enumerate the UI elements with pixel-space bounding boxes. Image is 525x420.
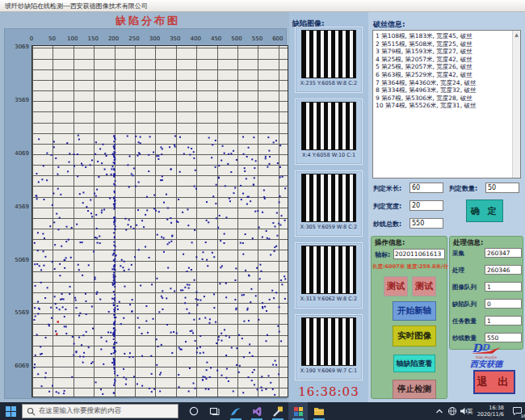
y-tick-label: 4569 xyxy=(6,204,29,210)
meter-length-input[interactable] xyxy=(410,183,443,193)
live-image-button[interactable]: 实时图像 xyxy=(393,326,436,346)
detection-app-button[interactable] xyxy=(288,402,308,420)
operation-header: 操作信息: xyxy=(372,237,447,248)
processing-row: 处理 xyxy=(452,265,522,275)
processing-row: 任务数量 xyxy=(452,316,522,326)
list-item[interactable]: 10 第74根, 第5526米, 宽度31, 破丝 xyxy=(376,102,510,110)
processed-count-input[interactable] xyxy=(485,265,522,275)
broken-filament-header: 破丝信息: xyxy=(373,19,405,30)
test-button-1[interactable]: 测试 xyxy=(384,276,408,296)
x-tick-label: 550 xyxy=(252,36,262,42)
x-tick-label: 0 xyxy=(30,36,33,42)
operation-panel: 操作信息: 轴标: 长度:6007米 速度:259.8米/分 测试 测试 开始新… xyxy=(371,236,447,399)
confirm-button[interactable]: 确 定 xyxy=(466,200,503,222)
list-item[interactable]: 3 第79根, 第1593米, 宽度27, 破丝 xyxy=(376,48,510,56)
capture-count-input[interactable] xyxy=(485,248,522,258)
width-input[interactable] xyxy=(410,200,443,211)
axis-defect-view-button[interactable]: 轴缺陷查看 xyxy=(393,355,435,372)
task-count-input[interactable] xyxy=(485,316,522,326)
x-tick-label: 350 xyxy=(170,36,180,42)
processed-label: 处理 xyxy=(452,267,464,275)
defect-queue-input[interactable] xyxy=(485,299,522,309)
axis-id-input[interactable] xyxy=(393,249,445,259)
axis-id-label: 轴标: xyxy=(375,250,390,259)
x-tick-label: 600 xyxy=(272,36,283,42)
image-queue-label: 图像队列 xyxy=(452,284,477,292)
window-title: 玻纤纱缺陷在线检测---西安获德图像技术有限公司 xyxy=(0,0,525,10)
visual-studio-button[interactable] xyxy=(247,402,267,420)
processing-header: 处理信息: xyxy=(450,237,523,248)
defect-image-tile[interactable]: X:190 Y:6069 W:7 C:1 xyxy=(295,314,363,380)
file-explorer-button[interactable] xyxy=(309,402,329,420)
title-bar: 玻纤纱缺陷在线检测---西安获德图像技术有限公司 xyxy=(0,0,525,12)
defect-image xyxy=(301,246,356,294)
scroll-up-icon[interactable]: ▲ xyxy=(513,31,520,37)
length-speed-status: 长度:6007米 速度:259.8米/分 xyxy=(372,263,447,271)
defect-image-caption: X:313 Y:6062 W:8 C:2 xyxy=(296,296,362,302)
cortana-icon xyxy=(189,406,199,416)
list-item[interactable]: 2 第515根, 第508米, 宽度25, 破丝 xyxy=(376,40,510,48)
detection-clock: 16:38:03 xyxy=(289,384,368,399)
x-tick-label: 100 xyxy=(67,36,78,42)
x-tick-label: 50 xyxy=(48,36,56,42)
stop-detection-button[interactable]: 停止检测 xyxy=(393,380,436,399)
detection-app-icon xyxy=(294,407,303,416)
defect-image-tile[interactable]: X:305 Y:6059 W:8 C:2 xyxy=(295,170,363,237)
yarn-total-input[interactable] xyxy=(410,218,443,229)
list-item[interactable]: 6 第63根, 第2529米, 宽度42, 破丝 xyxy=(376,71,510,79)
language-indicator[interactable]: 英 xyxy=(467,407,473,416)
defect-image-caption: X:305 Y:6059 W:8 C:2 xyxy=(296,224,362,230)
list-item[interactable]: 7 第364根, 第4360米, 宽度24, 破丝 xyxy=(376,79,510,87)
test-button-2[interactable]: 测试 xyxy=(412,276,436,296)
start-new-axis-button[interactable]: 开始新轴 xyxy=(393,301,436,321)
task-view-icon xyxy=(209,406,220,416)
list-item[interactable]: 4 第25根, 第2057米, 宽度42, 破丝 xyxy=(376,56,510,64)
start-button[interactable] xyxy=(0,402,21,420)
defect-image-caption: X:235 Y:6058 W:8 C:2 xyxy=(296,80,362,86)
x-tick-label: 450 xyxy=(211,36,221,42)
search-icon xyxy=(27,407,36,416)
plot-area: 050100150200250300350400450500550600 306… xyxy=(32,45,288,397)
x-tick-label: 200 xyxy=(108,36,119,42)
tools-app-button[interactable] xyxy=(268,402,288,420)
width-label: 判定宽度: xyxy=(373,202,401,211)
broken-filament-list[interactable]: 1 第108根, 第183米, 宽度45, 破丝 2 第515根, 第508米,… xyxy=(372,30,521,178)
defect-image-caption: X:4 Y:6058 W:10 C:1 xyxy=(296,152,362,158)
scatter-canvas xyxy=(32,45,288,397)
x-tick-label: 300 xyxy=(149,36,160,42)
defect-image-tile[interactable]: X:313 Y:6062 W:8 C:2 xyxy=(295,242,363,309)
y-tick-label: 5069 xyxy=(6,257,29,263)
list-item[interactable]: 9 第67根, 第5306米, 宽度28, 破丝 xyxy=(376,94,510,103)
count-label: 判定数量: xyxy=(449,184,477,193)
cortana-button[interactable] xyxy=(184,402,204,420)
list-scrollbar[interactable]: ▲ xyxy=(512,31,520,178)
defect-image-tile[interactable]: X:4 Y:6058 W:10 C:1 xyxy=(295,99,363,165)
processing-panel: 处理信息: 采集 处理 图像队列 缺陷队列 任务数量 纱线数量 xyxy=(449,236,523,350)
y-tick-label: 3069 xyxy=(6,44,29,50)
taskbar-clock[interactable]: 16:38 2020/11/6 xyxy=(475,405,504,418)
action-center-button[interactable]: 16 xyxy=(507,402,525,420)
count-input[interactable] xyxy=(485,183,519,193)
yarn-total-label: 纱线总数: xyxy=(373,220,401,229)
list-item[interactable]: 5 第25根, 第2057米, 宽度26, 破丝 xyxy=(376,63,510,71)
task-view-button[interactable] xyxy=(204,402,224,420)
defect-image xyxy=(301,317,356,366)
search-placeholder: 在这里输入你要搜索的内容 xyxy=(39,406,121,416)
tools-icon xyxy=(272,406,284,417)
list-item[interactable]: 1 第108根, 第183米, 宽度45, 破丝 xyxy=(376,32,510,40)
defect-image-tile[interactable]: X:235 Y:6058 W:8 C:2 xyxy=(295,27,363,93)
processing-row: 图像队列 xyxy=(452,282,522,292)
blue-app-button[interactable] xyxy=(226,402,246,420)
image-queue-input[interactable] xyxy=(485,282,522,292)
taskbar-time: 16:38 xyxy=(475,405,504,411)
x-tick-label: 400 xyxy=(191,36,201,42)
processing-row: 缺陷队列 xyxy=(452,299,522,309)
main-window: 玻纤纱缺陷在线检测---西安获德图像技术有限公司 缺陷分布图 050100150… xyxy=(0,0,525,420)
exit-button[interactable]: 退 出 xyxy=(473,370,515,394)
taskbar-search-input[interactable]: 在这里输入你要搜索的内容 xyxy=(22,404,178,418)
defect-images-panel: 缺陷图像: X:235 Y:6058 W:8 C:2 X:4 Y:6058 W:… xyxy=(289,12,368,402)
list-item[interactable]: 8 第334根, 第4963米, 宽度32, 破丝 xyxy=(376,86,510,94)
taskbar-date: 2020/11/6 xyxy=(475,411,504,418)
y-tick-label: 5569 xyxy=(6,309,29,316)
defect-image xyxy=(301,174,356,222)
